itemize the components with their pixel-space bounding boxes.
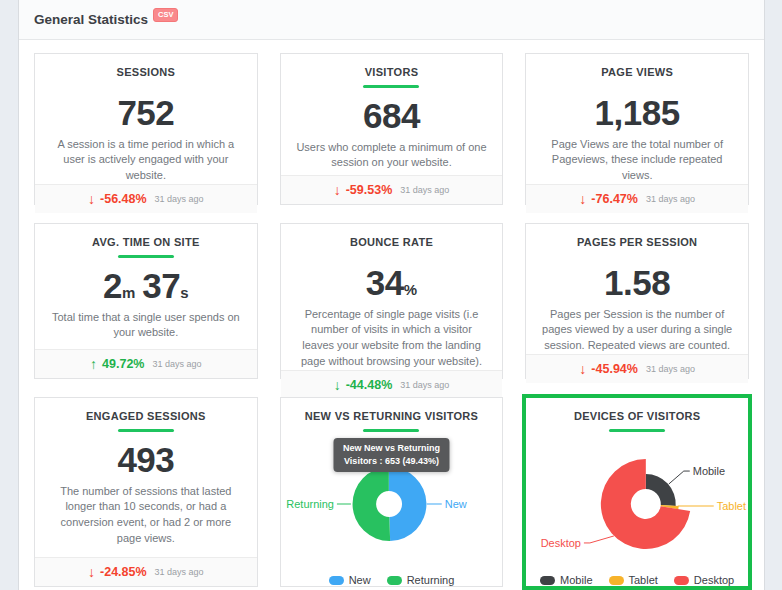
stat-footer: ↓-56.48% 31 days ago [35, 184, 257, 213]
stat-footer: ↓-76.47% 31 days ago [526, 184, 748, 213]
slice-label: Desktop [541, 537, 581, 549]
delta-value: -45.94% [591, 362, 638, 376]
label-connector-line [584, 536, 614, 543]
legend-label: Desktop [694, 574, 734, 586]
legend-marker-icon [329, 576, 344, 585]
tooltip-line1: New New vs Returning [343, 442, 440, 455]
delta-value: 49.72% [102, 357, 144, 371]
stat-footer: ↓-59.53% 31 days ago [281, 175, 503, 204]
trend-down-icon: ↓ [579, 361, 586, 377]
legend-label: Tablet [629, 574, 658, 586]
legend-item-tablet[interactable]: Tablet [609, 574, 658, 586]
pie-slice-returning[interactable] [352, 467, 390, 541]
legend-item-returning[interactable]: Returning [387, 574, 455, 586]
stat-description: Page Views are the total number of Pagev… [526, 137, 748, 185]
legend-item-desktop[interactable]: Desktop [674, 574, 734, 586]
seconds-value: 37 [142, 266, 180, 305]
legend-item-new[interactable]: New [329, 574, 371, 586]
card-bounce-rate: BOUNCE RATE 34% Percentage of single pag… [280, 223, 504, 379]
slice-label: Tablet [717, 500, 746, 512]
trend-delta: ↑49.72% [90, 356, 144, 372]
trend-up-icon: ↑ [90, 356, 97, 372]
devices-chart-area: MobileTabletDesktop [526, 444, 748, 572]
stat-description: The number of sessions that lasted longe… [35, 484, 257, 548]
legend-label: Returning [407, 574, 455, 586]
stat-title: SESSIONS [35, 66, 257, 78]
pie-slice-mobile[interactable] [646, 474, 676, 506]
percent-unit: % [404, 281, 417, 298]
delta-value: -24.85% [100, 565, 147, 579]
stat-title: PAGES PER SESSION [526, 236, 748, 248]
slice-label: Mobile [693, 465, 725, 477]
time-ago: 31 days ago [155, 194, 204, 204]
delta-value: -76.47% [591, 192, 638, 206]
time-ago: 31 days ago [155, 567, 204, 577]
legend-marker-icon [609, 576, 624, 585]
title-underline [118, 429, 174, 432]
card-devices-of-visitors[interactable]: DEVICES OF VISITORS MobileTabletDesktop … [525, 397, 749, 587]
trend-down-icon: ↓ [579, 191, 586, 207]
seconds-unit: s [180, 284, 188, 301]
pie-slice-new[interactable] [388, 467, 426, 541]
chart-legend: NewReturning [281, 574, 503, 586]
legend-item-mobile[interactable]: Mobile [540, 574, 592, 586]
time-ago: 31 days ago [646, 194, 695, 204]
stat-title: AVG. TIME ON SITE [35, 236, 257, 248]
page-title: General Statistics [34, 12, 148, 27]
minutes-unit: m [122, 284, 135, 301]
panel-header: General Statistics CSV [19, 0, 764, 40]
chart-title: DEVICES OF VISITORS [526, 410, 748, 422]
card-new-vs-returning-visitors[interactable]: NEW VS RETURNING VISITORS New New vs Ret… [280, 397, 504, 587]
trend-down-icon: ↓ [334, 377, 341, 393]
trend-delta: ↓-45.94% [579, 361, 638, 377]
time-ago: 31 days ago [153, 359, 202, 369]
stat-description: Percentage of single page visits (i.e nu… [281, 307, 503, 371]
legend-label: New [349, 574, 371, 586]
time-ago: 31 days ago [400, 380, 449, 390]
trend-down-icon: ↓ [88, 564, 95, 580]
trend-delta: ↓-76.47% [579, 191, 638, 207]
card-visitors: VISITORS 684 Users who complete a minimu… [280, 53, 504, 205]
pie-slice-desktop[interactable] [601, 459, 690, 549]
legend-marker-icon [387, 576, 402, 585]
trend-delta: ↓-44.48% [334, 377, 393, 393]
trend-down-icon: ↓ [88, 191, 95, 207]
trend-delta: ↓-24.85% [88, 564, 147, 580]
csv-export-button[interactable]: CSV [153, 8, 178, 22]
trend-down-icon: ↓ [334, 182, 341, 198]
trend-delta: ↓-59.53% [334, 182, 393, 198]
stat-description: Total time that a single user spends on … [35, 310, 257, 342]
stat-value: 493 [35, 441, 257, 480]
card-page-views: PAGE VIEWS 1,185 Page Views are the tota… [525, 53, 749, 205]
stat-footer: ↓-44.48% 31 days ago [281, 370, 503, 399]
devices-donut-chart[interactable]: MobileTabletDesktop [526, 444, 748, 572]
chart-tooltip: New New vs Returning Visitors : 653 (49.… [334, 438, 449, 472]
stat-title: VISITORS [281, 66, 503, 78]
trend-delta: ↓-56.48% [88, 191, 147, 207]
label-connector-line [669, 471, 690, 484]
stat-value: 1,185 [526, 94, 748, 133]
legend-marker-icon [674, 576, 689, 585]
card-pages-per-session: PAGES PER SESSION 1.58 Pages per Session… [525, 223, 749, 379]
delta-value: -59.53% [346, 183, 393, 197]
minutes-value: 2 [103, 266, 122, 305]
stat-footer: ↓-45.94% 31 days ago [526, 354, 748, 383]
new-vs-returning-chart-area: New New vs Returning Visitors : 653 (49.… [281, 444, 503, 572]
stat-footer: ↓-24.85% 31 days ago [35, 557, 257, 586]
stat-value: 1.58 [526, 264, 748, 303]
title-underline [609, 429, 665, 432]
title-underline [363, 429, 419, 432]
legend-marker-icon [540, 576, 555, 585]
card-engaged-sessions: ENGAGED SESSIONS 493 The number of sessi… [34, 397, 258, 587]
general-statistics-panel: General Statistics CSV SESSIONS 752 A se… [18, 0, 765, 590]
card-sessions: SESSIONS 752 A session is a time period … [34, 53, 258, 205]
stat-title: BOUNCE RATE [281, 236, 503, 248]
slice-label: New [444, 498, 466, 510]
stat-title: PAGE VIEWS [526, 66, 748, 78]
delta-value: -56.48% [100, 192, 147, 206]
time-ago: 31 days ago [400, 185, 449, 195]
stat-value: 752 [35, 94, 257, 133]
chart-title: NEW VS RETURNING VISITORS [281, 410, 503, 422]
delta-value: -44.48% [346, 378, 393, 392]
stat-title: ENGAGED SESSIONS [35, 410, 257, 422]
